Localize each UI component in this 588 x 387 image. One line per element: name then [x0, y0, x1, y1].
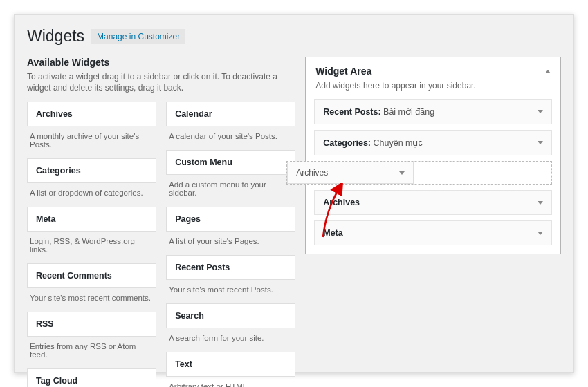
area-widget-sublabel: Bài mới đăng — [381, 107, 434, 117]
area-widget-recent-posts[interactable]: Recent Posts: Bài mới đăng — [314, 99, 552, 124]
available-widgets-desc: To activate a widget drag it to a sideba… — [27, 71, 295, 93]
widget-text[interactable]: Text — [166, 352, 295, 377]
widget-pages[interactable]: Pages — [166, 207, 295, 232]
area-widget-meta[interactable]: Meta — [314, 220, 552, 245]
dropzone-empty — [414, 162, 551, 184]
widget-categories[interactable]: Categories — [27, 158, 156, 183]
area-widget-label: Recent Posts: — [323, 107, 380, 117]
chevron-down-icon — [538, 201, 543, 205]
widget-area-title: Widget Area — [315, 66, 371, 77]
widget-archives[interactable]: Archives — [27, 102, 156, 126]
page-title: Widgets — [27, 27, 84, 46]
available-widgets-col-1: Archives A monthly archive of your site'… — [27, 102, 156, 387]
widget-search[interactable]: Search — [166, 303, 295, 328]
chevron-down-icon — [538, 141, 543, 144]
widget-recent-posts-desc: Your site's most recent Posts. — [166, 280, 295, 303]
widget-search-desc: A search form for your site. — [166, 328, 295, 352]
available-widgets-col-2: Calendar A calendar of your site's Posts… — [166, 102, 295, 387]
area-widget-categories[interactable]: Categories: Chuyên mục — [314, 130, 552, 155]
dragging-widget-label: Archives — [296, 168, 328, 178]
widget-archives-desc: A monthly archive of your site's Posts. — [27, 126, 156, 158]
dragging-widget-archives[interactable]: Archives — [287, 162, 414, 184]
page-header: Widgets Manage in Customizer — [27, 27, 561, 46]
area-widget-archives[interactable]: Archives — [314, 190, 552, 215]
available-widgets-panel: Available Widgets To activate a widget d… — [27, 57, 295, 387]
widget-custom-menu-desc: Add a custom menu to your sidebar. — [166, 175, 295, 207]
widget-recent-posts[interactable]: Recent Posts — [166, 255, 295, 280]
widget-calendar[interactable]: Calendar — [166, 102, 295, 126]
widget-recent-comments[interactable]: Recent Comments — [27, 263, 156, 288]
widget-area-panel: Widget Area Add widgets here to appear i… — [305, 57, 561, 254]
widget-rss[interactable]: RSS — [27, 312, 156, 337]
widget-meta[interactable]: Meta — [27, 207, 156, 232]
widget-rss-desc: Entries from any RSS or Atom feed. — [27, 337, 156, 368]
chevron-down-icon — [399, 171, 405, 175]
widget-pages-desc: A list of your site's Pages. — [166, 232, 295, 255]
chevron-up-icon — [545, 70, 551, 73]
widget-categories-desc: A list or dropdown of categories. — [27, 183, 156, 207]
available-widgets-title: Available Widgets — [27, 57, 295, 68]
widget-text-desc: Arbitrary text or HTML. — [166, 377, 295, 387]
area-widget-label: Archives — [323, 198, 360, 207]
widget-tag-cloud[interactable]: Tag Cloud — [27, 368, 156, 387]
widget-calendar-desc: A calendar of your site's Posts. — [166, 126, 295, 150]
widget-meta-desc: Login, RSS, & WordPress.org links. — [27, 232, 156, 263]
widget-recent-comments-desc: Your site's most recent comments. — [27, 288, 156, 312]
area-widget-label: Meta — [323, 228, 342, 238]
widget-area-header[interactable]: Widget Area — [314, 66, 552, 81]
area-widget-sublabel: Chuyên mục — [371, 138, 423, 148]
manage-in-customizer-link[interactable]: Manage in Customizer — [91, 29, 185, 44]
chevron-down-icon — [538, 110, 543, 113]
widget-custom-menu[interactable]: Custom Menu — [166, 150, 295, 175]
widget-area-desc: Add widgets here to appear in your sideb… — [314, 81, 552, 99]
chevron-down-icon — [538, 232, 543, 235]
widget-dropzone[interactable]: Archives — [286, 161, 552, 185]
area-widget-label: Categories: — [323, 138, 371, 148]
